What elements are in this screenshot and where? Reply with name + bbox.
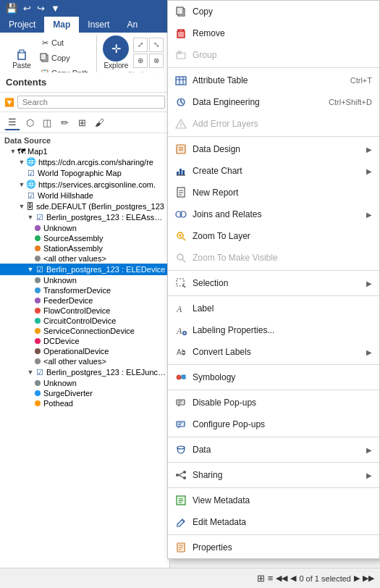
grid-view-icon[interactable]: ⊞ — [257, 573, 265, 584]
zoom-out-btn[interactable]: ⤡ — [149, 38, 164, 52]
tree-item-pothead[interactable]: Pothead — [0, 398, 169, 408]
search-input[interactable] — [17, 96, 165, 109]
explore-button[interactable]: ✛ — [103, 35, 129, 62]
prev-page-btn[interactable]: ◀ — [290, 574, 296, 583]
save-icon[interactable]: 💾 — [4, 1, 19, 15]
cm-new-report-label: New Report — [193, 188, 238, 198]
dot-unknown3 — [35, 380, 41, 386]
flow-control-label: FlowControlDevice — [43, 306, 110, 315]
copy-icon — [40, 53, 50, 63]
prev-extent-btn[interactable]: ⊗ — [149, 54, 164, 68]
tree-item-transformer[interactable]: TransformerDevice — [0, 285, 169, 295]
first-page-btn[interactable]: ◀◀ — [276, 574, 287, 583]
cut-button[interactable]: ✂ Cut — [36, 35, 92, 50]
cm-remove[interactable]: Remove — [168, 22, 379, 44]
cm-view-metadata[interactable]: View Metadata — [168, 490, 379, 511]
undo-icon[interactable]: ↩ — [22, 1, 33, 15]
cut-label: Cut — [51, 38, 64, 47]
cm-convert-arrow: ▶ — [366, 348, 372, 356]
tree-item-hillshade[interactable]: ☑ World Hillshade — [0, 190, 169, 201]
tree-item-server1[interactable]: ▼ 🌐 https://cdn.arcgis.com/sharing/re — [0, 156, 169, 167]
cm-zoom-vis-icon — [174, 251, 188, 265]
tree-item-all-other1[interactable]: <all other values> — [0, 253, 169, 264]
cm-properties[interactable]: Properties — [168, 537, 379, 558]
cm-group-icon — [174, 48, 188, 62]
cm-create-chart-arrow: ▶ — [366, 167, 372, 175]
tree-item-unknown2[interactable]: Unknown — [0, 275, 169, 285]
tree-item-ele-junction[interactable]: ▼ ☑ Berlin_postgres_123 : ELEJunction — [0, 366, 169, 378]
tree-item-station-assembly[interactable]: StationAssembly — [0, 243, 169, 253]
redo-icon[interactable]: ↪ — [35, 1, 46, 15]
cm-disable-popups[interactable]: Disable Pop-ups — [168, 392, 379, 413]
tab-project[interactable]: Project — [0, 17, 44, 33]
tree-item-sde[interactable]: ▼ 🗄 sde.DEFAULT (Berlin_postgres_123 — [0, 201, 169, 211]
tree-item-dc-device[interactable]: DCDevice — [0, 336, 169, 346]
tree-item-service-conn[interactable]: ServiceConnectionDevice — [0, 326, 169, 336]
paste-button[interactable]: Paste — [9, 45, 35, 72]
tree-item-flow-control[interactable]: FlowControlDevice — [0, 306, 169, 316]
svg-rect-5 — [177, 7, 183, 14]
cm-labeling-properties[interactable]: A Labeling Properties... — [168, 319, 379, 341]
cm-data-design[interactable]: Data Design ▶ — [168, 138, 379, 160]
cm-sharing[interactable]: Sharing ▶ — [168, 464, 379, 486]
cm-joins-arrow: ▶ — [366, 211, 372, 219]
cm-joins-relates-label: Joins and Relates — [193, 209, 261, 219]
tree-item-feeder[interactable]: FeederDevice — [0, 295, 169, 306]
tree-item-all-other2[interactable]: <all other values> — [0, 356, 169, 366]
tree-item-unknown3[interactable]: Unknown — [0, 378, 169, 388]
tree-item-source-assembly[interactable]: SourceAssembly — [0, 233, 169, 243]
edit-btn[interactable]: ✏ — [56, 114, 72, 130]
tree-item-server2[interactable]: ▼ 🌐 https://services.arcgisonline.com. — [0, 179, 169, 190]
dot-source-assembly — [35, 235, 41, 241]
tree-item-unknown1[interactable]: Unknown — [0, 223, 169, 233]
cm-convert-labels[interactable]: Ab Convert Labels ▶ — [168, 341, 379, 363]
tab-insert[interactable]: Insert — [79, 17, 118, 33]
cm-attribute-table[interactable]: Attribute Table Ctrl+T — [168, 70, 379, 91]
cm-view-metadata-icon — [174, 493, 188, 508]
cm-label[interactable]: A Label — [168, 298, 379, 319]
last-page-btn[interactable]: ▶▶ — [363, 574, 374, 583]
tree-item-surge-diverter[interactable]: SurgeDiverter — [0, 388, 169, 398]
tree-item-ele-device[interactable]: ▼ ☑ Berlin_postgres_123 : ELEDevice — [0, 264, 169, 275]
copy-button[interactable]: Copy — [36, 51, 92, 65]
cm-sep5 — [168, 364, 379, 365]
chevron-ele-device: ▼ — [26, 265, 35, 274]
cm-data-engineering[interactable]: Data Engineering Ctrl+Shift+D — [168, 91, 379, 113]
qa-dropdown-icon[interactable]: ▼ — [49, 1, 62, 15]
list-view-btn[interactable]: ☰ — [4, 114, 20, 130]
tree-item-circuit-control[interactable]: CircuitControlDevice — [0, 316, 169, 326]
zoom-in-btn[interactable]: ⤢ — [133, 38, 148, 52]
tree-item-map1[interactable]: ▼ 🗺 Map1 — [0, 146, 169, 156]
tab-analysis[interactable]: An — [118, 17, 146, 33]
source-assembly-label: SourceAssembly — [43, 234, 104, 243]
tree-item-world-topo[interactable]: ☑ World Topographic Map — [0, 167, 169, 179]
chevron-sde: ▼ — [17, 202, 26, 211]
dot-all-other2 — [35, 358, 41, 364]
cm-create-chart[interactable]: Create Chart ▶ — [168, 160, 379, 182]
cm-edit-metadata[interactable]: Edit Metadata — [168, 511, 379, 533]
cm-zoom-to-layer[interactable]: Zoom To Layer — [168, 225, 379, 247]
tab-map[interactable]: Map — [44, 17, 79, 33]
cm-copy[interactable]: Copy — [168, 1, 379, 22]
cm-data[interactable]: Data ▶ — [168, 439, 379, 461]
grid-btn[interactable]: ⊞ — [74, 114, 90, 130]
list-view-icon[interactable]: ≡ — [268, 573, 274, 584]
paint-btn[interactable]: 🖌 — [91, 114, 107, 130]
cm-sharing-label: Sharing — [193, 470, 222, 480]
cm-selection[interactable]: Selection ▶ — [168, 272, 379, 294]
tree-item-operational[interactable]: OperationalDevice — [0, 346, 169, 356]
paste-icon — [14, 47, 29, 62]
svg-rect-12 — [176, 77, 186, 85]
cm-symbology[interactable]: Symbology — [168, 366, 379, 388]
cm-new-report[interactable]: New Report — [168, 182, 379, 203]
full-extent-btn[interactable]: ⊕ — [133, 54, 148, 68]
next-page-btn[interactable]: ▶ — [354, 574, 360, 583]
cm-joins-relates[interactable]: Joins and Relates ▶ — [168, 203, 379, 225]
cm-symbology-label: Symbology — [193, 372, 235, 382]
layers-btn[interactable]: ◫ — [39, 114, 55, 130]
tree-item-ele-assembly[interactable]: ▼ ☑ Berlin_postgres_123 : ELEAssembl — [0, 211, 169, 223]
svg-rect-50 — [177, 400, 185, 405]
dot-circuit-control — [35, 318, 41, 324]
cylinder-btn[interactable]: ⬡ — [22, 114, 38, 130]
cm-configure-popups[interactable]: Configure Pop-ups — [168, 413, 379, 435]
